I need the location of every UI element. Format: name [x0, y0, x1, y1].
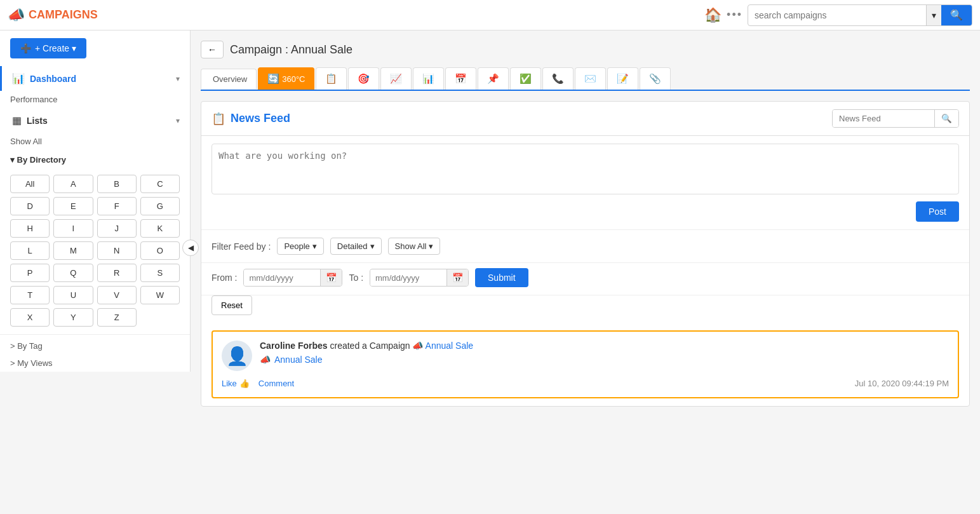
main-content: ← Campaign : Annual Sale Overview🔄360°C📋… — [191, 30, 980, 514]
panel-search-button[interactable]: 🔍 — [934, 110, 958, 127]
tab-4[interactable]: 📈 — [380, 67, 412, 90]
dir-letter-b[interactable]: B — [97, 175, 137, 193]
comment-button-0[interactable]: Comment — [258, 379, 294, 388]
filter-bar: Filter Feed by : People ▾ Detailed ▾ Sho… — [201, 230, 969, 263]
dir-letter-d[interactable]: D — [10, 197, 50, 215]
home-button[interactable]: 🏠 — [704, 7, 722, 24]
filter-detailed-select[interactable]: Detailed ▾ — [330, 238, 382, 255]
post-textarea[interactable] — [211, 144, 959, 194]
search-go-button[interactable]: 🔍 — [941, 5, 972, 25]
dir-letter-all[interactable]: All — [10, 175, 50, 193]
sidebar-item-dashboard[interactable]: 📊 Dashboard ▾ — [0, 66, 190, 91]
dir-letter-a[interactable]: A — [53, 175, 93, 193]
dir-letter-z[interactable]: Z — [97, 308, 137, 327]
dir-letter-g[interactable]: G — [140, 197, 180, 215]
newsfeed-panel: 📋 News Feed 🔍 Post Filter Feed by : — [201, 101, 970, 407]
feed-item-body-0: Caroline Forbes created a Campaign 📣 Ann… — [260, 341, 949, 365]
dir-letter-w[interactable]: W — [140, 286, 180, 304]
dir-letter-h[interactable]: H — [10, 219, 50, 238]
like-button-0[interactable]: Like 👍 — [222, 379, 250, 388]
feed-footer-0: Like 👍 Comment Jul 10, 2020 09:44:19 PM — [222, 379, 949, 388]
tab-1[interactable]: 🔄360°C — [258, 67, 314, 90]
tab-0[interactable]: Overview — [201, 69, 257, 89]
lists-chevron-icon: ▾ — [176, 116, 180, 125]
dir-letter-x[interactable]: X — [10, 308, 50, 327]
thumbsup-icon-0: 👍 — [239, 379, 250, 388]
search-wrapper: ▾ 🔍 — [748, 4, 972, 26]
sidebar-showall[interactable]: Show All — [0, 133, 190, 150]
feed-item-0: 👤 Caroline Forbes created a Campaign 📣 A… — [211, 330, 959, 398]
date-filter-row: From : 📅 To : 📅 Submit — [201, 263, 969, 295]
tab-10[interactable]: ✉️ — [575, 67, 606, 90]
dir-letter-q[interactable]: Q — [53, 264, 93, 282]
dir-letter-o[interactable]: O — [140, 241, 180, 260]
dir-letter-i[interactable]: I — [53, 219, 93, 238]
dir-letter-r[interactable]: R — [97, 264, 137, 282]
detailed-chevron-icon: ▾ — [370, 241, 375, 251]
feed-campaign-link-0[interactable]: Annual Sale — [426, 341, 474, 351]
newsfeed-title: News Feed — [231, 112, 290, 125]
dir-letter-t[interactable]: T — [10, 286, 50, 304]
filter-people-select[interactable]: People ▾ — [277, 238, 323, 255]
sidebar-myviews[interactable]: > My Views — [0, 355, 190, 372]
submit-button[interactable]: Submit — [475, 268, 528, 287]
sidebar-item-lists[interactable]: ▦ Lists ▾ — [0, 108, 190, 133]
tab-12[interactable]: 📎 — [640, 67, 671, 90]
tab-6[interactable]: 📅 — [445, 67, 476, 90]
tab-icon-1: 🔄 — [267, 73, 279, 85]
post-button[interactable]: Post — [916, 201, 959, 222]
panel-search-input[interactable] — [833, 110, 934, 127]
post-actions: Post — [211, 201, 959, 222]
feed-campaign-link2-0[interactable]: Annual Sale — [274, 355, 323, 365]
to-date-input[interactable] — [370, 270, 446, 286]
create-button[interactable]: ➕ + Create ▾ — [10, 38, 86, 58]
showall-chevron-icon: ▾ — [429, 241, 433, 251]
from-calendar-button[interactable]: 📅 — [320, 269, 342, 286]
people-chevron-icon: ▾ — [312, 241, 317, 251]
tab-8[interactable]: ✅ — [510, 67, 541, 90]
dir-letter-s[interactable]: S — [140, 264, 180, 282]
sidebar-collapse-button[interactable]: ◀ — [182, 240, 199, 256]
dir-letter-f[interactable]: F — [97, 197, 137, 215]
tab-2[interactable]: 📋 — [316, 67, 347, 90]
feed-items: 👤 Caroline Forbes created a Campaign 📣 A… — [201, 323, 969, 406]
dir-letter-p[interactable]: P — [10, 264, 50, 282]
lists-icon: ▦ — [12, 114, 22, 126]
sidebar-performance[interactable]: Performance — [0, 91, 190, 108]
tab-7[interactable]: 📌 — [478, 67, 509, 90]
tab-5[interactable]: 📊 — [413, 67, 444, 90]
dir-letter-u[interactable]: U — [53, 286, 93, 304]
dir-letter-n[interactable]: N — [97, 241, 137, 260]
to-calendar-button[interactable]: 📅 — [446, 269, 468, 286]
sidebar-bytag[interactable]: > By Tag — [0, 337, 190, 355]
dir-letter-v[interactable]: V — [97, 286, 137, 304]
search-input[interactable] — [748, 10, 926, 20]
to-date-wrapper: 📅 — [370, 269, 469, 287]
dir-letter-j[interactable]: J — [97, 219, 137, 238]
search-dropdown-button[interactable]: ▾ — [926, 5, 941, 25]
top-nav: 📣 CAMPAIGNS 🏠 ••• ▾ 🔍 — [0, 0, 980, 30]
feed-item-header-0: 👤 Caroline Forbes created a Campaign 📣 A… — [222, 341, 949, 371]
reset-button[interactable]: Reset — [211, 295, 252, 315]
dir-letter-l[interactable]: L — [10, 241, 50, 260]
dir-letter-c[interactable]: C — [140, 175, 180, 193]
tab-icon-10: ✉️ — [584, 73, 596, 85]
tab-icon-9: 📞 — [552, 73, 564, 85]
filter-label: Filter Feed by : — [211, 241, 271, 252]
dashboard-icon: 📊 — [12, 72, 25, 85]
chevron-icon: ▾ — [176, 74, 180, 83]
dir-letter-e[interactable]: E — [53, 197, 93, 215]
feed-text-0: Caroline Forbes created a Campaign 📣 Ann… — [260, 341, 949, 351]
tab-11[interactable]: 📝 — [607, 67, 638, 90]
tab-3[interactable]: 🎯 — [348, 67, 379, 90]
dir-letter-m[interactable]: M — [53, 241, 93, 260]
panel-header: 📋 News Feed 🔍 — [201, 102, 969, 136]
filter-showall-select[interactable]: Show All ▾ — [388, 238, 441, 255]
back-button[interactable]: ← — [201, 41, 224, 58]
from-date-input[interactable] — [244, 270, 320, 286]
tab-9[interactable]: 📞 — [542, 67, 574, 90]
dir-letter-y[interactable]: Y — [53, 308, 93, 327]
dir-letter-k[interactable]: K — [140, 219, 180, 238]
more-options-button[interactable]: ••• — [727, 8, 742, 22]
campaign-icon-0: 📣 — [412, 341, 423, 351]
